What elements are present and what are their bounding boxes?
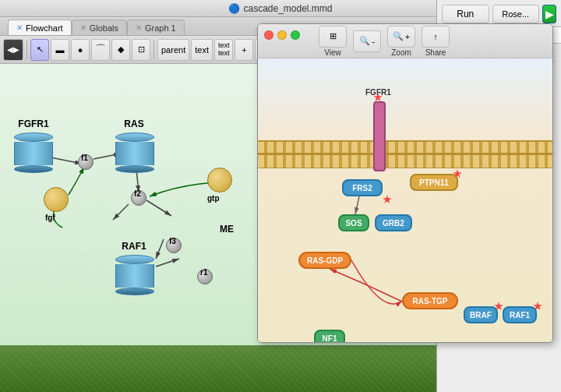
ras-node: RAS [115,132,154,173]
grb2-node: GRB2 [375,214,412,231]
tool-textbox[interactable]: texttext [214,39,234,61]
title-icon: 🔵 [228,3,240,14]
view-icon: ⊞ [330,31,337,41]
star-fgfr1-2 [383,195,392,204]
share-btn-group: ↑ Share [422,26,450,57]
tab-globals[interactable]: ✕ Globals [72,19,127,35]
zoom-in-icon: 🔍 [393,31,404,41]
pdf-viewer[interactable]: ⊞ View 🔍- 🔍+ Zoom ↑ Share [257,23,553,343]
braf-node: BRAF [464,306,498,323]
f3-label: f3 [169,237,176,245]
r1-label: r1 [200,268,207,277]
fgf-sphere [44,187,69,212]
view-btn-group: ⊞ View [319,26,347,57]
tool-parent[interactable]: parent [157,39,189,61]
ras-label: RAS [118,118,150,129]
zoom-out-btn[interactable]: 🔍- [353,30,381,52]
me-label: ME [220,224,234,235]
svg-line-7 [156,259,179,267]
gtp-label: gtp [207,194,220,203]
sos-node: SOS [338,214,369,231]
run-button[interactable]: Run [442,5,489,23]
run-reset-row: Run Rose... ▶ [442,5,556,23]
zoom-in-btn[interactable]: 🔍+ [387,26,415,48]
share-btn[interactable]: ↑ [422,26,450,48]
view-label: View [324,48,341,57]
fgfr1-node: FGFR1 [14,132,53,173]
zoom-in-group: 🔍+ Zoom [387,26,415,57]
f2-label: f2 [134,189,141,198]
tool-circle[interactable]: ● [71,39,90,61]
f1-label: f1 [81,154,88,162]
svg-line-5 [113,204,129,220]
svg-line-6 [146,200,171,216]
zoom-out-group: 🔍- [353,30,381,52]
minimize-btn[interactable] [277,30,287,40]
membrane-bottom [258,154,552,168]
tab-graph1-icon: ✕ [136,23,142,32]
tool-curve[interactable]: ⌒ [91,39,110,61]
tool-diamond[interactable]: ◆ [111,39,130,61]
gtp-sphere [207,168,232,192]
svg-line-2 [51,157,82,164]
window-controls [264,30,300,40]
svg-line-8 [156,239,164,259]
zoom-label: Zoom [391,48,411,57]
fgfr1-label: FGFR1 [14,118,53,129]
frs2-node: FRS2 [342,179,383,196]
window-title: 🔵 cascade_model.mmd [228,3,332,14]
share-icon: ↑ [433,32,438,41]
nf1-node: NF1 [314,330,345,342]
tab-globals-icon: ✕ [80,23,86,32]
share-label: Share [425,48,446,57]
sep1 [26,41,27,59]
ras-gdp-node: RAS-GDP [298,252,351,269]
membrane-top [258,140,552,154]
bottom-grass [0,345,436,392]
tool-process[interactable]: ⊡ [132,39,150,61]
pdf-content: FGFR1 FRS2 PTPN11 SOS GRB2 RAS-GDP RAS-T… [258,58,552,342]
raf1-node: RAF1 [115,255,154,295]
fgf-label: fgf [45,214,55,222]
tool-pointer[interactable]: ↖ [30,39,49,61]
ras-tgp-node: RAS-TGP [402,292,458,309]
nav-btn[interactable]: ◀▶ [3,39,23,61]
tab-graph1[interactable]: ✕ Graph 1 [127,19,185,35]
grass-texture [0,345,436,392]
svg-line-11 [355,196,359,214]
tool-rectangle[interactable]: ▬ [51,39,69,61]
view-btn[interactable]: ⊞ [319,26,347,48]
close-btn[interactable] [264,30,273,40]
zoom-out-icon: 🔍 [359,36,370,46]
sep2 [153,41,154,59]
raf1-label: RAF1 [118,241,150,252]
fgfr1-receptor [373,101,386,171]
tool-cross[interactable]: + [235,39,253,61]
maximize-btn[interactable] [291,30,300,40]
rose-button[interactable]: Rose... [492,5,540,23]
tab-flowchart[interactable]: ✕ Flowchart [8,19,72,35]
tab-flowchart-icon: ✕ [16,23,23,32]
pdf-toolbar: ⊞ View 🔍- 🔍+ Zoom ↑ Share [258,24,552,58]
tool-text[interactable]: text [191,39,213,61]
green-arrow-btn[interactable]: ▶ [542,5,556,23]
raf1-pathway-node: RAF1 [503,306,537,323]
ptpn11-node: PTPN11 [410,174,458,191]
